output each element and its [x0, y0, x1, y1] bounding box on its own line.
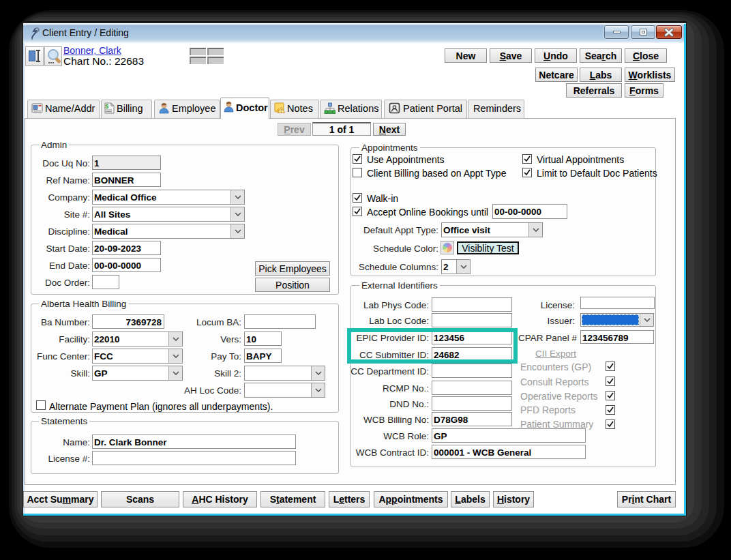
svg-text:!: ! — [280, 108, 282, 113]
svg-text:$: $ — [106, 103, 109, 110]
